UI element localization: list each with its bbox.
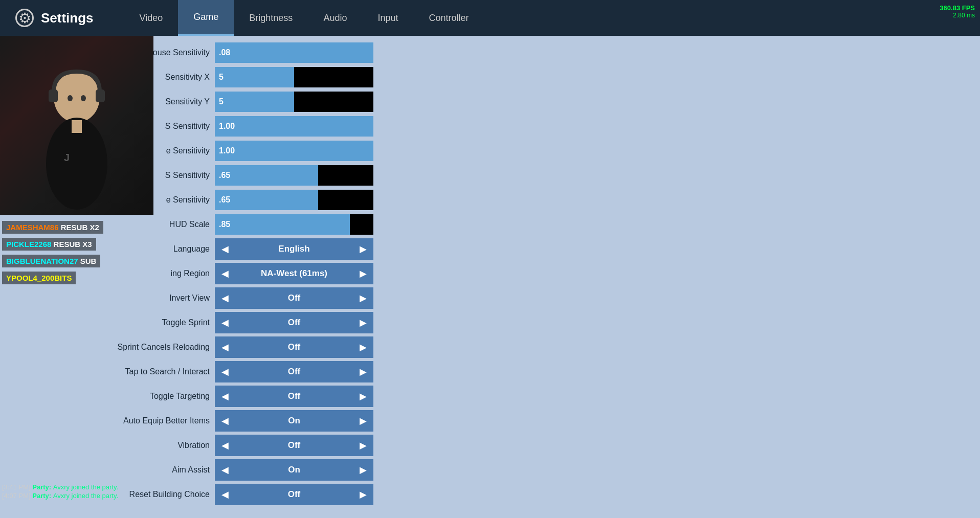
control-scope-sensitivity[interactable]: 1.00 [215,141,378,161]
slider-sensitivity-x[interactable]: 5 [215,67,373,87]
toggle-prev-auto-equip[interactable]: ◀ [215,410,235,432]
toggle-auto-equip[interactable]: ◀ On ▶ [215,410,373,432]
control-toggle-targeting[interactable]: ◀ Off ▶ [215,386,378,407]
control-vibration[interactable]: ◀ Off ▶ [215,435,378,456]
chat-sub-banner-1: JAMESHAM86 RESUB X2 [2,221,103,234]
control-mouse-sensitivity[interactable]: .08 [215,42,378,63]
control-ads-s-sensitivity[interactable]: .65 [215,165,378,186]
toggle-value-sprint-cancel: Off [235,336,353,358]
control-sensitivity-x[interactable]: 5 [215,67,378,87]
nav-game[interactable]: Game [178,0,234,36]
webcam-overlay: J [0,36,153,215]
toggle-reset-building[interactable]: ◀ Off ▶ [215,484,373,505]
setting-auto-equip: Auto Equip Better Items ◀ On ▶ [102,409,378,433]
label-toggle-sprint: Toggle Sprint [102,318,215,327]
toggle-language[interactable]: ◀ English ▶ [215,238,373,260]
slider-fill-ads-s-sensitivity: .65 [215,165,318,186]
slider-fill-sensitivity-x: 5 [215,67,294,87]
svg-rect-2 [96,89,105,102]
control-aim-assist[interactable]: ◀ On ▶ [215,459,378,481]
toggle-value-tap-search: Off [235,361,353,382]
slider-ads-s-sensitivity[interactable]: .65 [215,165,373,186]
slider-fill-mouse-sensitivity: .08 [215,42,373,63]
toggle-prev-tap-search[interactable]: ◀ [215,361,235,382]
nav-brightness[interactable]: Brightness [234,0,308,36]
toggle-next-aim-assist[interactable]: ▶ [353,459,373,481]
toggle-toggle-targeting[interactable]: ◀ Off ▶ [215,386,373,407]
control-reset-building[interactable]: ◀ Off ▶ [215,484,378,505]
toggle-next-sprint-cancel[interactable]: ▶ [353,336,373,358]
setting-invert-view: Invert View ◀ Off ▶ [102,286,378,310]
chat-sub-banner-3: BIGBLUENATION27 SUB [2,255,100,267]
toggle-prev-aim-assist[interactable]: ◀ [215,459,235,481]
toggle-value-targeting: Off [235,386,353,407]
control-sprint-cancels-reloading[interactable]: ◀ Off ▶ [215,336,378,358]
control-ads-sensitivity[interactable]: 1.00 [215,116,378,137]
toggle-prev-targeting[interactable]: ◀ [215,386,235,407]
label-auto-equip: Auto Equip Better Items [102,416,215,425]
content-area: J JAMESHAM86 RESUB X2 PICKLE2268 RESUB X… [0,36,980,518]
toggle-prev-reset-building[interactable]: ◀ [215,484,235,505]
toggle-prev-vibration[interactable]: ◀ [215,435,235,456]
control-toggle-sprint[interactable]: ◀ Off ▶ [215,312,378,333]
toggle-value-aim-assist: On [235,459,353,481]
label-vibration: Vibration [102,441,215,450]
toggle-next-region[interactable]: ▶ [353,263,373,284]
toggle-vibration[interactable]: ◀ Off ▶ [215,435,373,456]
control-language[interactable]: ◀ English ▶ [215,238,378,260]
toggle-sprint-cancels-reloading[interactable]: ◀ Off ▶ [215,336,373,358]
chat-log-item-2: [4:07 PM] Party: Avxry joined the party. [2,492,118,500]
setting-vibration: Vibration ◀ Off ▶ [102,434,378,457]
main-nav: Video Game Brightness Audio Input Contro… [124,0,484,36]
control-tap-to-search[interactable]: ◀ Off ▶ [215,361,378,382]
setting-reset-building: Reset Building Choice ◀ Off ▶ [102,483,378,506]
nav-controller[interactable]: Controller [413,0,484,36]
toggle-next-targeting[interactable]: ▶ [353,386,373,407]
toggle-next-reset-building[interactable]: ▶ [353,484,373,505]
toggle-tap-to-search[interactable]: ◀ Off ▶ [215,361,373,382]
slider-mouse-sensitivity[interactable]: .08 [215,42,373,63]
control-matchmaking-region[interactable]: ◀ NA-West (61ms) ▶ [215,263,378,284]
toggle-prev-sprint[interactable]: ◀ [215,312,235,333]
settings-icon [15,9,34,27]
fps-ms: 2.80 ms [940,12,975,19]
toggle-matchmaking-region[interactable]: ◀ NA-West (61ms) ▶ [215,263,373,284]
slider-ads-sensitivity[interactable]: 1.00 [215,116,373,137]
slider-fill-scope-sensitivity: 1.00 [215,141,373,161]
toggle-next-invert-view[interactable]: ▶ [353,287,373,309]
nav-input[interactable]: Input [362,0,413,36]
chat-username-4: YPOOL4_200BITS [6,274,72,282]
toggle-toggle-sprint[interactable]: ◀ Off ▶ [215,312,373,333]
control-auto-equip[interactable]: ◀ On ▶ [215,410,378,432]
slider-scope-s-sensitivity[interactable]: .65 [215,190,373,210]
toggle-prev-region[interactable]: ◀ [215,263,235,284]
slider-sensitivity-y[interactable]: 5 [215,92,373,112]
toggle-next-auto-equip[interactable]: ▶ [353,410,373,432]
toggle-invert-view[interactable]: ◀ Off ▶ [215,287,373,309]
toggle-next-vibration[interactable]: ▶ [353,435,373,456]
control-invert-view[interactable]: ◀ Off ▶ [215,287,378,309]
slider-fill-ads-sensitivity: 1.00 [215,116,373,137]
label-aim-assist: Aim Assist [102,465,215,475]
toggle-prev-language[interactable]: ◀ [215,238,235,260]
fps-counter: 360.83 FPS 2.80 ms [940,4,975,19]
toggle-prev-sprint-cancel[interactable]: ◀ [215,336,235,358]
fps-value: 360.83 FPS [940,4,975,12]
toggle-next-sprint[interactable]: ▶ [353,312,373,333]
control-sensitivity-y[interactable]: 5 [215,92,378,112]
control-hud-scale[interactable]: .85 [215,214,378,235]
setting-toggle-targeting: Toggle Targeting ◀ Off ▶ [102,385,378,408]
toggle-next-tap-search[interactable]: ▶ [353,361,373,382]
toggle-aim-assist[interactable]: ◀ On ▶ [215,459,373,481]
nav-audio[interactable]: Audio [308,0,362,36]
nav-video[interactable]: Video [124,0,179,36]
toggle-prev-invert-view[interactable]: ◀ [215,287,235,309]
person-silhouette: J [20,61,133,215]
toggle-next-language[interactable]: ▶ [353,238,373,260]
slider-hud-scale[interactable]: .85 [215,214,373,235]
chat-username-1: JAMESHAM86 [6,223,59,232]
control-scope-s-sensitivity[interactable]: .65 [215,190,378,210]
label-sprint-cancels-reloading: Sprint Cancels Reloading [102,343,215,352]
slider-scope-sensitivity[interactable]: 1.00 [215,141,373,161]
svg-point-6 [81,95,86,101]
